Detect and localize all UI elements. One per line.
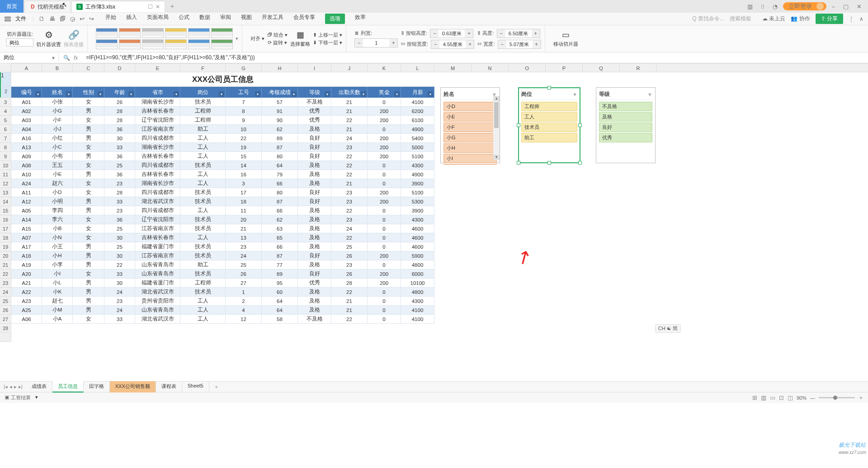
table-cell[interactable]: 工人 (180, 315, 226, 324)
slicer-style-thumb[interactable] (211, 28, 233, 38)
table-cell[interactable]: A08 (11, 161, 42, 170)
more-icon[interactable]: ⋮ (849, 16, 854, 22)
table-cell[interactable]: 吉林省长春市 (135, 152, 180, 161)
table-cell[interactable]: 工人 (180, 306, 226, 315)
table-cell[interactable]: 四川省成都市 (135, 206, 180, 215)
btn-width-spinner[interactable]: −4.55厘米+ (431, 40, 474, 49)
table-cell[interactable]: 湖南省长沙市 (135, 179, 180, 188)
table-header-cell[interactable]: 出勤天数▾ (331, 87, 368, 98)
table-row[interactable]: A21小L男30福建省厦门市工程师2795优秀2820010100 (11, 279, 434, 288)
row-header[interactable]: 12 (0, 179, 11, 188)
table-cell[interactable]: 小L (42, 279, 73, 288)
qat-button[interactable]: ↩ (80, 15, 85, 22)
table-row[interactable]: A25小M男24山东省青岛市工人464及格2104100 (11, 306, 434, 315)
table-cell[interactable]: 技术员 (180, 197, 226, 206)
zoom-in-button[interactable]: ＋ (859, 394, 863, 401)
table-cell[interactable]: 36 (104, 215, 135, 224)
table-cell[interactable]: 0 (368, 260, 401, 269)
table-cell[interactable]: 助工 (180, 260, 226, 269)
table-cell[interactable]: A03 (11, 116, 42, 125)
col-header[interactable]: R (620, 64, 657, 72)
table-row[interactable]: A19小李男22山东省青岛市助工2577及格2304800 (11, 260, 434, 269)
table-cell[interactable]: 64 (262, 161, 298, 170)
slicer-job[interactable]: 岗位▼ 工程师工人技术员助工 (518, 87, 580, 163)
table-cell[interactable]: 1 (226, 288, 262, 297)
minimize-button[interactable]: – (829, 3, 838, 10)
table-cell[interactable]: 33 (104, 143, 135, 152)
table-row[interactable]: A01小张女26湖南省长沙市技术员757不及格2104100 (11, 98, 434, 107)
table-cell[interactable]: 2 (226, 297, 262, 306)
table-cell[interactable]: A01 (11, 98, 42, 107)
slicer-name[interactable]: 姓名▼ 小D小E小F小G小H小I小J小K ▴▾ (440, 87, 500, 163)
table-cell[interactable]: A06 (11, 315, 42, 324)
table-cell[interactable]: 15 (226, 152, 262, 161)
table-cell[interactable]: 63 (262, 224, 298, 233)
table-cell[interactable]: 小F (42, 116, 73, 125)
table-cell[interactable]: A12 (11, 197, 42, 206)
row-header[interactable]: 21 (0, 260, 11, 269)
tab-document[interactable]: S 工作簿3.xlsx ☐ ✕ (72, 1, 165, 12)
table-cell[interactable]: 12 (226, 315, 262, 324)
table-cell[interactable]: 22 (331, 152, 368, 161)
row-header[interactable]: 19 (0, 242, 11, 251)
table-cell[interactable]: 工人 (180, 143, 226, 152)
table-cell[interactable]: 33 (104, 269, 135, 279)
sheet-nav[interactable]: |◂◂▸▸| (0, 384, 26, 390)
table-cell[interactable]: 22 (331, 116, 368, 125)
row-header[interactable]: 5 (0, 116, 11, 125)
table-cell[interactable]: 0 (368, 297, 401, 306)
table-cell[interactable]: 吉林省长春市 (135, 107, 180, 116)
table-cell[interactable]: 26 (331, 269, 368, 279)
table-cell[interactable]: 湖北省武汉市 (135, 197, 180, 206)
filter-dropdown-icon[interactable]: ▾ (174, 91, 179, 97)
login-button[interactable]: 立即登录 (783, 2, 826, 10)
table-cell[interactable]: 吉林省长春市 (135, 170, 180, 179)
table-cell[interactable]: 4800 (401, 288, 434, 297)
table-cell[interactable]: 男 (73, 197, 104, 206)
table-cell[interactable]: 技术员 (180, 251, 226, 260)
table-cell[interactable]: 良好 (298, 134, 331, 143)
table-cell[interactable]: A23 (11, 297, 42, 306)
row-header[interactable]: 15 (0, 206, 11, 215)
table-cell[interactable]: 4600 (401, 224, 434, 233)
table-cell[interactable]: 及格 (298, 161, 331, 170)
qat-button[interactable]: ↪ (89, 15, 94, 22)
table-cell[interactable]: 女 (73, 224, 104, 233)
table-cell[interactable]: 7 (226, 98, 262, 107)
table-cell[interactable]: 0 (368, 179, 401, 188)
table-cell[interactable]: 22 (331, 315, 368, 324)
table-cell[interactable]: 28 (104, 188, 135, 197)
slicer-item[interactable]: 技术员 (521, 123, 577, 132)
table-cell[interactable]: 及格 (298, 125, 331, 134)
tab-template[interactable]: D 找稻壳模板 (25, 1, 70, 12)
table-cell[interactable]: 江苏省南京市 (135, 125, 180, 134)
table-cell[interactable]: 62 (262, 215, 298, 224)
table-cell[interactable]: 21 (331, 98, 368, 107)
coop-button[interactable]: 👥 协作 (791, 15, 810, 23)
table-cell[interactable]: 200 (368, 197, 401, 206)
table-cell[interactable]: 23 (104, 179, 135, 188)
table-cell[interactable]: 200 (368, 188, 401, 197)
table-cell[interactable]: 0 (368, 125, 401, 134)
table-cell[interactable]: 21 (331, 179, 368, 188)
table-cell[interactable]: 62 (262, 125, 298, 134)
menu-tab[interactable]: 效率 (355, 14, 366, 24)
table-cell[interactable]: 小王 (42, 242, 73, 251)
table-cell[interactable]: 优秀 (298, 279, 331, 288)
table-cell[interactable]: 66 (262, 242, 298, 251)
table-cell[interactable]: 及格 (298, 242, 331, 251)
table-cell[interactable]: 64 (262, 297, 298, 306)
table-cell[interactable]: 28 (104, 116, 135, 125)
col-header[interactable]: O (509, 64, 546, 72)
row-header[interactable]: 16 (0, 215, 11, 224)
table-cell[interactable]: 赵七 (42, 297, 73, 306)
table-cell[interactable]: 王五 (42, 161, 73, 170)
table-cell[interactable]: 工程师 (180, 279, 226, 288)
menu-tab[interactable]: 数据 (199, 14, 210, 24)
slicer-style-thumb[interactable] (188, 28, 210, 38)
table-cell[interactable]: 及格 (298, 297, 331, 306)
table-cell[interactable]: 男 (73, 260, 104, 269)
table-cell[interactable]: 25 (104, 224, 135, 233)
table-cell[interactable]: 25 (226, 260, 262, 269)
menu-tab[interactable]: 视图 (241, 14, 252, 24)
